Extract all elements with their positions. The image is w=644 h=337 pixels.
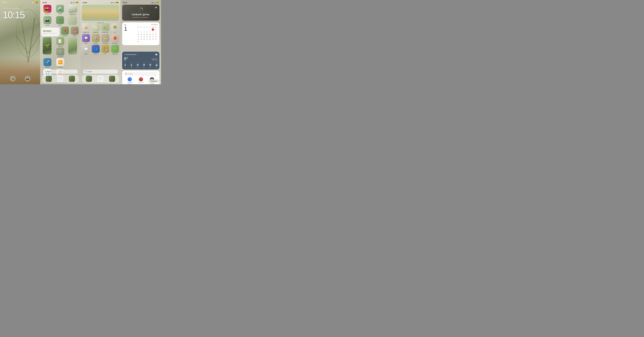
app-widgetsmith-1[interactable]: ☕📖 Widgetsmith — [68, 5, 78, 15]
app-telegram[interactable]: ✈️ Telegram — [43, 58, 52, 68]
app-notes-settings: 📝 Заметки ⚙️ Настройки — [56, 37, 65, 57]
weather-main: 8° Изморось ↓ 6° ↑ 12° — [124, 56, 158, 61]
cal-empty-5 — [149, 28, 151, 31]
app-vk[interactable]: 🌿 VK — [110, 23, 120, 33]
cal-day-10: 10 — [137, 33, 140, 36]
camera-button[interactable]: 📷 — [24, 76, 30, 82]
green-widget[interactable]: Green the color goes in between between … — [42, 28, 60, 36]
flashlight-button[interactable]: 🔦 — [10, 76, 16, 82]
forecast-hour-15: 15 — [150, 62, 151, 64]
app-camera[interactable]: 📷 Camera — [43, 16, 52, 26]
widget-new-day[interactable]: ☁️ НОВЫЙ ДЕНЬ пожалуйста, подождите... — [122, 5, 160, 21]
google-voice-search[interactable]: 🎤 Голосовойпоиск — [127, 77, 132, 84]
widget-weather[interactable]: ↗ Янушковичский ☁️ 8° Изморось ↓ 6° ↑ 12… — [122, 52, 160, 70]
app-telegram-label: Telegram — [45, 66, 50, 68]
widget-calendar[interactable]: СБ 1 ОКТЯБРЯ Пн Вт Ср Чт Пт СБ Вс — [122, 22, 160, 45]
app-mailru[interactable]: ✉️ Mail.ru — [82, 45, 90, 54]
time-2: 10:15 — [42, 2, 47, 4]
wifi-3: ▲▲ — [113, 2, 116, 3]
app-inshot[interactable]: ✂️ InShot — [70, 26, 79, 36]
dock-3-clock[interactable]: 🕐 — [98, 76, 104, 82]
cal-hdr-vs: Вс — [155, 26, 157, 28]
search-icon-3: 🔍 — [85, 71, 87, 72]
dock-3-icon-3[interactable] — [109, 76, 115, 82]
widgetsmith-large-2[interactable]: 🌱 — [43, 37, 52, 57]
app-viber[interactable]: 💬 Viber — [82, 34, 90, 44]
up-label: UP — [104, 53, 106, 54]
wifi-2: ▲▲ — [73, 2, 75, 3]
app-pinterest[interactable]: 📌 Pinterest — [60, 26, 70, 36]
cal-empty-10 — [152, 40, 154, 43]
app-yandex-go[interactable]: 🚕 Яндекс Go — [82, 23, 90, 33]
inshot-icon: ✂️ — [73, 29, 76, 32]
forecast-icon-13: 🌧️ — [136, 64, 139, 66]
status-right-3: ▲▲ 55 — [111, 2, 118, 3]
cal-day-23: 23 — [155, 36, 157, 38]
app-guitar[interactable]: 🎸 Guitar Tabs — [101, 23, 110, 33]
app-youtube[interactable]: ▶️ YouTube — [56, 58, 65, 68]
cal-day-24: 24 — [137, 38, 140, 40]
health-icon: 🍀 — [113, 47, 117, 50]
cal-day-18: 18 — [140, 36, 142, 38]
weather-description: Изморось — [152, 58, 158, 60]
beach-widget-bg — [82, 5, 119, 21]
widgetsmith-1-label: Widgetsmith — [70, 14, 76, 15]
search-bar-2[interactable]: 🔍 Поиск — [43, 70, 78, 74]
widgets-screen: 10:16 ▲▲ 74 ☁️ НОВЫЙ ДЕНЬ пожалуйста, — [120, 0, 161, 84]
app-gallery[interactable]: 🌊 Gallery — [56, 5, 64, 15]
cal-day-26: 26 — [143, 38, 145, 40]
app-health[interactable]: 🍀 Здоровье — [110, 45, 120, 54]
forecast-icon-11: 🌦️ — [124, 64, 126, 66]
widgetsmith-large[interactable] — [68, 16, 78, 26]
cal-day-1: 1 — [152, 28, 154, 31]
dock-clock[interactable]: 🕐 — [57, 76, 63, 82]
lock-quick-actions: 🔦 📷 — [0, 76, 40, 82]
battery-badge: 74 — [36, 2, 38, 3]
lock-screen: A1 BY 📶 74 🔒 Суббота, 1 октября 10:15 🔦 … — [0, 0, 40, 84]
app-garny[interactable]: 🌿 Garny — [56, 16, 64, 26]
app-nastroyki-label: Настройки — [57, 56, 63, 57]
app-up[interactable]: 🛍️ UP — [101, 45, 110, 54]
clock-icon-3: 🕐 — [98, 77, 102, 80]
weather-range: ↓ 6° ↑ 12° — [152, 60, 158, 61]
google-search-bar[interactable]: G Поиск... — [124, 72, 158, 76]
forecast-hour-12: 12 — [131, 62, 132, 64]
cal-empty-7 — [143, 40, 145, 43]
gallery-icon: 🌊 — [58, 7, 62, 11]
app-instagram[interactable]: 📸 Instagram — [43, 5, 52, 15]
forecast-temp-12: 10° — [130, 66, 132, 68]
app-facebook[interactable]: 👍 Facebook — [101, 34, 110, 44]
dock-3: 🕐 — [82, 75, 119, 83]
forecast-hour-11: 11 — [124, 62, 126, 64]
app-nastroyki[interactable]: ⚙️ Настройки — [56, 48, 65, 57]
dock-icon-1[interactable] — [46, 76, 52, 82]
app-garny-label: Garny — [58, 24, 62, 26]
search-text-2: Поиск — [47, 71, 52, 72]
widgetsmith-photo-1: ☕📖 — [68, 5, 77, 14]
app-teams[interactable]: 👥 Teams — [91, 45, 100, 54]
youtube-icon: ▶️ — [58, 60, 62, 64]
green-widget-plant: 🌱 — [43, 37, 52, 54]
app-appstore[interactable]: 🍎 App Store — [110, 34, 120, 44]
widgetsmith-photo-right[interactable] — [68, 37, 78, 57]
google-lens[interactable]: 📷 Объектив — [138, 77, 143, 84]
cal-day-21: 21 — [149, 36, 151, 38]
search-bar-3[interactable]: 🔍 Поиск — [83, 70, 118, 74]
app-navigator[interactable]: 🧭 Навигатор — [91, 23, 100, 33]
cal-empty-1 — [137, 28, 140, 31]
calendar-month: ОКТЯБРЯ — [137, 24, 158, 26]
izmenity-button[interactable]: Изменить — [148, 80, 159, 83]
widgetsmith-beach[interactable] — [82, 5, 119, 21]
viber-label: Viber — [85, 42, 88, 44]
cal-hdr-pt: Пт — [149, 26, 151, 28]
flashlight-icon: 🔦 — [11, 77, 14, 80]
cal-day-22: 22 — [152, 36, 154, 38]
app-zametki[interactable]: 📝 Заметки — [56, 37, 65, 47]
cal-hdr-cht: Чт — [146, 26, 148, 28]
google-g-icon: G — [125, 73, 127, 75]
mailru-icon: ✉️ — [84, 47, 88, 50]
dock-3-icon-1[interactable] — [86, 76, 92, 82]
dock-icon-3[interactable] — [69, 76, 75, 82]
app-google[interactable]: 🔍 Google — [91, 34, 100, 44]
cal-empty-2 — [140, 28, 142, 31]
